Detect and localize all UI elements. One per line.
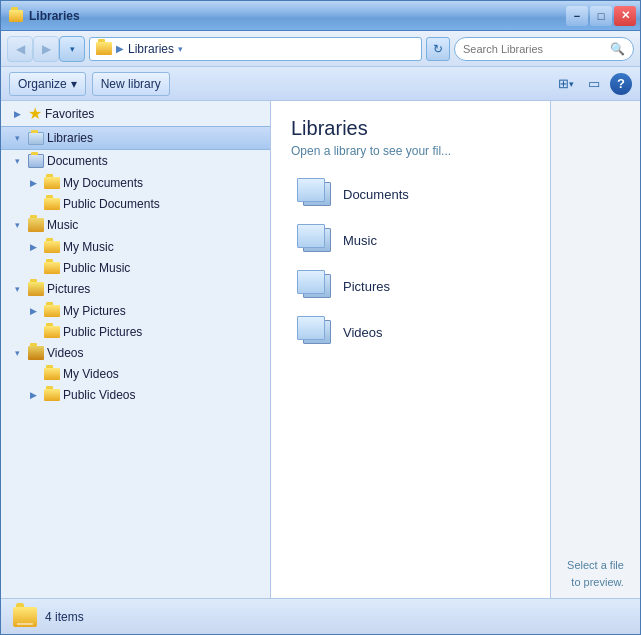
search-icon[interactable]: 🔍 [610, 42, 625, 56]
expand-my-documents[interactable]: ▶ [25, 175, 41, 191]
videos-label: Videos [47, 346, 266, 360]
libraries-icon [28, 132, 44, 145]
nav-item-documents[interactable]: ▾ Documents [1, 150, 270, 172]
status-folder-icon [13, 607, 37, 627]
organize-button[interactable]: Organize ▾ [9, 72, 86, 96]
expand-pictures[interactable]: ▾ [9, 281, 25, 297]
expand-documents[interactable]: ▾ [9, 153, 25, 169]
icon-front-pictures [297, 270, 325, 294]
down-arrow-button[interactable]: ▾ [59, 36, 85, 62]
library-item-label-videos: Videos [343, 325, 383, 340]
back-button[interactable]: ◀ [7, 36, 33, 62]
music-label: Music [47, 218, 266, 232]
library-item-label-music: Music [343, 233, 377, 248]
public-videos-label: Public Videos [63, 388, 266, 402]
help-button[interactable]: ? [610, 73, 632, 95]
nav-item-pictures[interactable]: ▾ Pictures [1, 278, 270, 300]
view-icon: ⊞ [558, 76, 569, 91]
library-item-videos[interactable]: Videos [291, 312, 530, 352]
toolbar-right: ⊞ ▾ ▭ ? [554, 72, 632, 96]
close-button[interactable]: ✕ [614, 6, 636, 26]
title-controls: − □ ✕ [566, 6, 636, 26]
my-music-label: My Music [63, 240, 266, 254]
my-videos-label: My Videos [63, 367, 266, 381]
nav-item-public-videos[interactable]: ▶ Public Videos [1, 384, 270, 406]
library-item-icon-music [297, 224, 333, 256]
videos-icon [28, 346, 44, 360]
library-item-icon-pictures [297, 270, 333, 302]
my-documents-icon [44, 177, 60, 189]
address-path[interactable]: ▶ Libraries ▾ [89, 37, 422, 61]
view-arrow: ▾ [569, 79, 574, 89]
content-subtitle: Open a library to see your fil... [291, 144, 530, 158]
breadcrumb-arrow: ▶ [116, 43, 124, 54]
expand-favorites[interactable]: ▶ [9, 106, 25, 122]
nav-item-videos[interactable]: ▾ Videos [1, 342, 270, 364]
new-library-button[interactable]: New library [92, 72, 170, 96]
library-item-pictures[interactable]: Pictures [291, 266, 530, 306]
my-documents-label: My Documents [63, 176, 266, 190]
expand-libraries[interactable]: ▾ [9, 130, 25, 146]
library-item-label-documents: Documents [343, 187, 409, 202]
expand-my-pictures[interactable]: ▶ [25, 303, 41, 319]
library-items-list: Documents Music Pict [291, 174, 530, 352]
nav-item-my-pictures[interactable]: ▶ My Pictures [1, 300, 270, 322]
library-item-icon-documents [297, 178, 333, 210]
window-title: Libraries [29, 9, 80, 23]
status-bar: 4 items [1, 598, 640, 634]
preview-line2: to preview. [571, 576, 624, 588]
refresh-button[interactable]: ↻ [426, 37, 450, 61]
content-area: Libraries Open a library to see your fil… [271, 101, 550, 598]
favorites-label: Favorites [45, 107, 266, 121]
nav-buttons: ◀ ▶ ▾ [7, 36, 85, 62]
nav-item-music[interactable]: ▾ Music [1, 214, 270, 236]
new-library-label: New library [101, 77, 161, 91]
nav-item-libraries[interactable]: ▾ Libraries [1, 126, 270, 150]
public-music-label: Public Music [63, 261, 266, 275]
nav-item-my-videos[interactable]: My Videos [1, 364, 270, 384]
organize-label: Organize [18, 77, 67, 91]
layout-button[interactable]: ▭ [582, 72, 606, 96]
minimize-button[interactable]: − [566, 6, 588, 26]
address-bar: ◀ ▶ ▾ ▶ Libraries ▾ ↻ 🔍 [1, 31, 640, 67]
public-videos-icon [44, 389, 60, 401]
address-folder-img [96, 42, 112, 55]
expand-music[interactable]: ▾ [9, 217, 25, 233]
nav-item-public-pictures[interactable]: Public Pictures [1, 322, 270, 342]
icon-front [297, 178, 325, 202]
preview-line1: Select a file [567, 559, 624, 571]
nav-item-my-documents[interactable]: ▶ My Documents [1, 172, 270, 194]
icon-front-music [297, 224, 325, 248]
search-input[interactable] [463, 43, 606, 55]
expand-public-videos[interactable]: ▶ [25, 387, 41, 403]
favorites-icon: ★ [28, 104, 42, 123]
view-options-button[interactable]: ⊞ ▾ [554, 72, 578, 96]
library-item-documents[interactable]: Documents [291, 174, 530, 214]
maximize-button[interactable]: □ [590, 6, 612, 26]
status-item-count: 4 items [45, 610, 84, 624]
nav-item-public-documents[interactable]: Public Documents [1, 194, 270, 214]
documents-icon [28, 154, 44, 168]
organize-arrow: ▾ [71, 77, 77, 91]
nav-item-favorites[interactable]: ▶ ★ Favorites [1, 101, 270, 126]
public-pictures-label: Public Pictures [63, 325, 266, 339]
nav-item-my-music[interactable]: ▶ My Music [1, 236, 270, 258]
my-pictures-label: My Pictures [63, 304, 266, 318]
content-title: Libraries [291, 117, 530, 140]
forward-button[interactable]: ▶ [33, 36, 59, 62]
pictures-icon [28, 282, 44, 296]
my-music-icon [44, 241, 60, 253]
libraries-label: Libraries [47, 131, 266, 145]
public-music-icon [44, 262, 60, 274]
nav-item-public-music[interactable]: Public Music [1, 258, 270, 278]
address-dropdown-arrow[interactable]: ▾ [178, 44, 183, 54]
icon-front-videos [297, 316, 325, 340]
expand-videos[interactable]: ▾ [9, 345, 25, 361]
nav-scroll[interactable]: ▶ ★ Favorites ▾ Libraries ▾ Documents [1, 101, 270, 598]
expand-my-music[interactable]: ▶ [25, 239, 41, 255]
documents-label: Documents [47, 154, 266, 168]
public-documents-icon [44, 198, 60, 210]
library-item-music[interactable]: Music [291, 220, 530, 260]
title-bar-left: Libraries [9, 9, 80, 23]
title-bar: Libraries − □ ✕ [1, 1, 640, 31]
